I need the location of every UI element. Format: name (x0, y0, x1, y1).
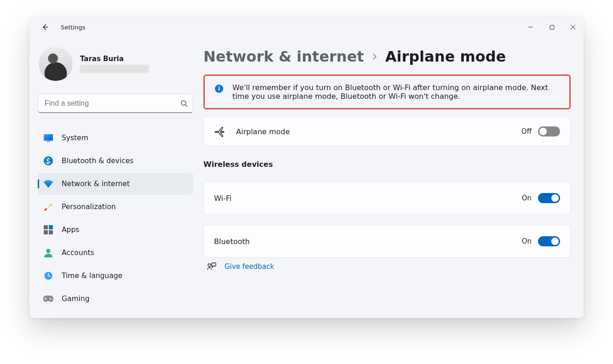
bluetooth-state: On (522, 237, 532, 245)
titlebar: Settings (29, 17, 584, 37)
nav-item-time-language[interactable]: Time & language (38, 265, 193, 287)
nav-item-accounts[interactable]: Accounts (38, 242, 193, 264)
airplane-mode-toggle[interactable] (538, 126, 560, 136)
back-button[interactable] (38, 20, 52, 34)
svg-rect-3 (44, 134, 53, 141)
close-button[interactable] (562, 17, 584, 37)
svg-point-15 (51, 299, 52, 300)
wifi-card: Wi-Fi On (203, 182, 571, 215)
svg-rect-10 (49, 230, 53, 234)
nav-item-bluetooth[interactable]: Bluetooth & devices (38, 150, 193, 172)
svg-point-1 (181, 101, 186, 105)
svg-rect-7 (44, 225, 48, 229)
search-input[interactable] (38, 94, 193, 113)
bluetooth-toggle[interactable] (538, 236, 560, 246)
svg-rect-17 (212, 263, 216, 266)
minimize-button[interactable] (520, 17, 541, 37)
svg-rect-0 (550, 25, 554, 29)
nav-label: Accounts (62, 249, 94, 257)
user-name: Taras Buria (80, 55, 149, 63)
sidebar: Taras Buria System (29, 37, 200, 318)
info-banner: i We'll remember if you turn on Bluetoot… (203, 74, 571, 109)
bluetooth-label: Bluetooth (214, 237, 512, 246)
settings-window: Settings Taras Buria (29, 17, 584, 318)
svg-rect-8 (49, 225, 53, 229)
nav-item-apps[interactable]: Apps (38, 219, 193, 241)
wifi-state: On (522, 194, 532, 202)
svg-point-6 (45, 209, 47, 211)
bluetooth-icon (43, 156, 53, 166)
nav-label: Time & language (62, 272, 122, 280)
nav-item-gaming[interactable]: Gaming (38, 288, 193, 310)
wifi-label: Wi-Fi (214, 194, 512, 203)
nav-list: System Bluetooth & devices Network & int… (38, 127, 193, 310)
nav-item-personalization[interactable]: Personalization (38, 196, 193, 218)
maximize-icon (549, 25, 555, 30)
feedback-icon (207, 262, 216, 271)
info-text: We'll remember if you turn on Bluetooth … (232, 83, 559, 101)
breadcrumb: Network & internet Airplane mode (203, 48, 571, 65)
display-icon (43, 133, 53, 143)
nav-label: System (62, 134, 88, 142)
maximize-button[interactable] (541, 17, 562, 37)
bluetooth-card: Bluetooth On (203, 225, 571, 258)
nav-label: Network & internet (62, 180, 130, 188)
user-email-redacted (80, 65, 149, 73)
nav-label: Personalization (62, 203, 116, 211)
airplane-icon (214, 125, 226, 137)
nav-label: Apps (62, 226, 79, 234)
breadcrumb-current: Airplane mode (385, 48, 506, 65)
wifi-icon (43, 179, 53, 189)
search-icon (180, 100, 188, 107)
airplane-mode-label: Airplane mode (236, 127, 511, 136)
close-icon (570, 24, 576, 30)
nav-item-network[interactable]: Network & internet (38, 173, 193, 195)
svg-rect-9 (44, 230, 48, 234)
svg-point-11 (46, 249, 51, 253)
nav-label: Gaming (62, 295, 90, 303)
main-content: Network & internet Airplane mode i We'll… (200, 37, 584, 318)
svg-point-16 (208, 264, 211, 267)
svg-rect-4 (46, 141, 50, 142)
give-feedback-label: Give feedback (225, 262, 274, 271)
arrow-left-icon (41, 23, 49, 31)
user-profile[interactable]: Taras Buria (38, 42, 193, 89)
chevron-right-icon (371, 53, 378, 60)
nav-item-system[interactable]: System (38, 127, 193, 149)
window-title: Settings (61, 24, 85, 31)
minimize-icon (528, 24, 533, 30)
airplane-mode-state: Off (521, 127, 532, 136)
breadcrumb-parent[interactable]: Network & internet (203, 48, 364, 65)
wireless-devices-header: Wireless devices (203, 160, 571, 169)
apps-icon (43, 225, 53, 235)
nav-label: Bluetooth & devices (62, 157, 133, 165)
wifi-toggle[interactable] (538, 193, 560, 203)
svg-point-14 (50, 298, 51, 299)
airplane-mode-card: Airplane mode Off (203, 117, 571, 146)
info-icon: i (215, 85, 223, 93)
give-feedback-link[interactable]: Give feedback (203, 262, 571, 271)
gamepad-icon (43, 294, 53, 304)
avatar (39, 47, 73, 81)
clock-globe-icon (43, 271, 53, 281)
person-icon (43, 248, 53, 258)
search-box[interactable] (38, 94, 193, 113)
paintbrush-icon (43, 202, 53, 212)
window-controls (520, 17, 584, 37)
